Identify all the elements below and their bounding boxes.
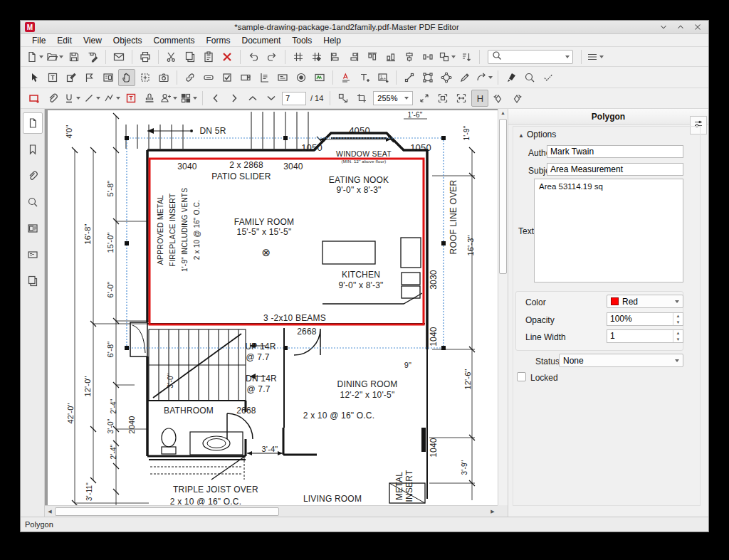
pages-panel-button[interactable] xyxy=(23,112,43,134)
line-annot-button[interactable] xyxy=(83,90,101,107)
attach-file-button[interactable] xyxy=(44,90,61,107)
delete-button[interactable] xyxy=(219,48,236,65)
options-section-header[interactable]: ▲Options xyxy=(518,130,556,139)
form-manager-button[interactable] xyxy=(100,69,117,86)
arrange-button[interactable] xyxy=(438,48,456,65)
minimize-icon[interactable] xyxy=(659,22,668,32)
listbox-field-button[interactable] xyxy=(256,69,273,86)
fit-page-button[interactable] xyxy=(434,90,451,107)
menu-file[interactable]: File xyxy=(26,36,51,46)
close-icon[interactable] xyxy=(693,22,703,32)
marker-tool-button[interactable] xyxy=(503,69,520,86)
text-area[interactable]: Area 53114.19 sq xyxy=(534,179,683,282)
line-shape-button[interactable] xyxy=(401,69,418,86)
grid-button[interactable] xyxy=(290,48,307,65)
spin-down-icon[interactable]: ▼ xyxy=(673,319,683,326)
hand-tool-button[interactable] xyxy=(118,69,135,86)
hand-mode-button[interactable]: H xyxy=(471,90,488,107)
expand-view-button[interactable] xyxy=(416,90,433,107)
bezier-tool-button[interactable] xyxy=(81,69,98,86)
add-text-button[interactable] xyxy=(356,69,373,86)
paste-button[interactable] xyxy=(200,48,217,65)
opacity-spinner[interactable]: 100% ▲▼ xyxy=(607,312,683,326)
menu-objects[interactable]: Objects xyxy=(107,36,148,46)
undo-button[interactable] xyxy=(245,48,262,65)
search-box[interactable] xyxy=(488,50,573,64)
signatures-panel-button[interactable] xyxy=(23,244,43,265)
scroll-up-icon[interactable]: ▲ xyxy=(498,109,508,117)
scroll-right-icon[interactable]: ▶ xyxy=(488,509,498,514)
fit-width-button[interactable] xyxy=(453,90,470,107)
align-top-button[interactable] xyxy=(364,48,381,65)
nav-up-button[interactable] xyxy=(244,90,261,107)
document-canvas[interactable]: DN 5R405010501050WINDOW SEAT(MIN. 12" ab… xyxy=(45,109,508,517)
email-button[interactable] xyxy=(110,48,127,65)
checkbox-field-button[interactable] xyxy=(219,69,236,86)
menu-view[interactable]: View xyxy=(78,36,107,46)
zoom-level-select[interactable]: 255% xyxy=(373,91,413,105)
menu-comments[interactable]: Comments xyxy=(148,36,201,46)
search-panel-button[interactable] xyxy=(23,191,43,213)
horizontal-scrollbar[interactable]: ◀ ▶ xyxy=(45,505,498,517)
pencil-tool-button[interactable] xyxy=(456,69,473,86)
transform-tool-button[interactable] xyxy=(137,69,154,86)
pdf-page[interactable]: DN 5R405010501050WINDOW SEAT(MIN. 12" ab… xyxy=(48,110,498,507)
underline-annot-button[interactable] xyxy=(63,90,81,107)
highlight-text-button[interactable] xyxy=(337,69,355,86)
combobox-field-button[interactable] xyxy=(237,69,254,86)
author-field[interactable] xyxy=(547,145,683,158)
vertical-scroll-thumb[interactable] xyxy=(499,119,507,274)
vertical-scrollbar[interactable]: ▲ xyxy=(498,109,508,507)
edit-object-tool-button[interactable] xyxy=(63,69,80,86)
rect-shape-button[interactable] xyxy=(419,69,436,86)
nav-prev-button[interactable] xyxy=(207,90,224,107)
save-button[interactable] xyxy=(65,48,83,65)
spin-down-icon[interactable]: ▼ xyxy=(673,337,683,343)
rotate-cw-button[interactable] xyxy=(508,90,525,107)
copy-button[interactable] xyxy=(182,48,199,65)
tiles-view-button[interactable] xyxy=(179,90,198,107)
main-menu-button[interactable] xyxy=(586,48,604,65)
horizontal-scroll-thumb[interactable] xyxy=(55,507,279,516)
print-button[interactable] xyxy=(137,48,154,65)
menu-document[interactable]: Document xyxy=(236,36,287,46)
avatar-note-button[interactable] xyxy=(159,90,178,107)
menu-tools[interactable]: Tools xyxy=(286,36,318,46)
cut-button[interactable] xyxy=(163,48,180,65)
save-as-button[interactable] xyxy=(84,48,101,65)
align-right-button[interactable] xyxy=(345,48,362,65)
scroll-left-icon[interactable]: ◀ xyxy=(45,509,55,514)
attachments-panel-button[interactable] xyxy=(23,165,43,186)
polygon-shape-button[interactable] xyxy=(438,69,455,86)
fit-visible-button[interactable] xyxy=(335,90,352,107)
menu-forms[interactable]: Forms xyxy=(201,36,236,46)
locked-checkbox[interactable] xyxy=(517,372,526,381)
page-number-input[interactable] xyxy=(282,92,306,105)
rotate-ccw-button[interactable] xyxy=(490,90,507,107)
align-left-button[interactable] xyxy=(327,48,344,65)
spin-up-icon[interactable]: ▲ xyxy=(673,330,683,337)
annot-rect-button[interactable] xyxy=(26,90,43,107)
signature-field-button[interactable] xyxy=(311,69,328,86)
text-field-button[interactable] xyxy=(274,69,291,86)
polyline-annot-button[interactable] xyxy=(103,90,121,107)
status-dropdown[interactable]: None xyxy=(559,354,683,367)
link-tool-button[interactable] xyxy=(182,69,199,86)
nav-next-button[interactable] xyxy=(226,90,243,107)
sort-desc-button[interactable] xyxy=(458,48,475,65)
check-tool-button[interactable] xyxy=(540,69,557,86)
bookmarks-panel-button[interactable] xyxy=(23,139,43,160)
radio-field-button[interactable] xyxy=(293,69,310,86)
textbox-annot-button[interactable] xyxy=(122,90,140,107)
spin-up-icon[interactable]: ▲ xyxy=(673,313,683,319)
open-folder-button[interactable] xyxy=(46,48,64,65)
form-fields-panel-button[interactable] xyxy=(23,218,43,239)
select-tool-button[interactable] xyxy=(26,69,43,86)
grid-snap-button[interactable] xyxy=(308,48,325,65)
new-document-button[interactable] xyxy=(26,48,44,65)
crop-tool-button[interactable] xyxy=(353,90,370,107)
add-image-button[interactable] xyxy=(374,69,392,86)
nav-down-button[interactable] xyxy=(263,90,280,107)
button-field-button[interactable] xyxy=(200,69,217,86)
subject-field[interactable] xyxy=(547,163,683,176)
